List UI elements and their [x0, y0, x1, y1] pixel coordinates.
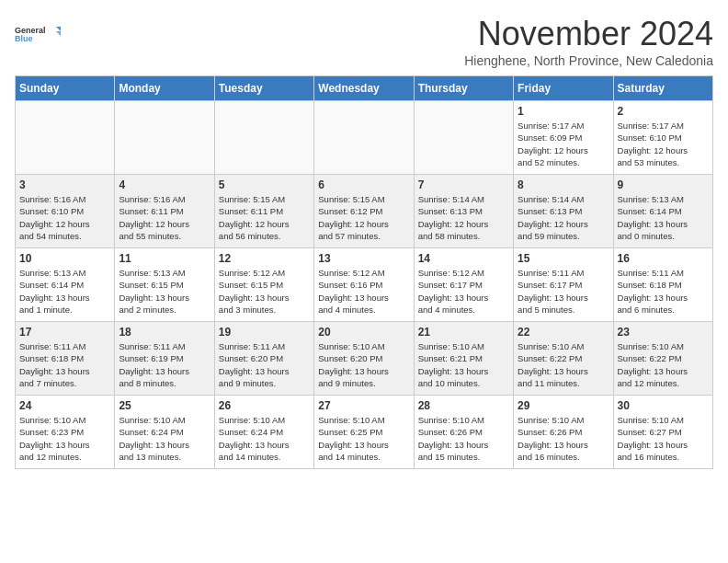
- day-info: Sunrise: 5:16 AM Sunset: 6:11 PM Dayligh…: [119, 193, 210, 242]
- day-number: 25: [119, 399, 210, 412]
- logo: General Blue: [15, 15, 61, 55]
- day-number: 14: [418, 252, 509, 265]
- weekday-tuesday: Tuesday: [214, 76, 313, 101]
- day-cell: 23Sunrise: 5:10 AM Sunset: 6:22 PM Dayli…: [613, 322, 712, 396]
- day-cell: 12Sunrise: 5:12 AM Sunset: 6:15 PM Dayli…: [214, 248, 313, 322]
- day-number: 8: [518, 178, 609, 191]
- day-number: 23: [618, 326, 709, 339]
- day-cell: [115, 101, 214, 175]
- weekday-friday: Friday: [514, 76, 613, 101]
- day-cell: 14Sunrise: 5:12 AM Sunset: 6:17 PM Dayli…: [414, 248, 513, 322]
- day-number: 4: [119, 178, 210, 191]
- day-info: Sunrise: 5:14 AM Sunset: 6:13 PM Dayligh…: [418, 193, 509, 242]
- week-row-2: 3Sunrise: 5:16 AM Sunset: 6:10 PM Daylig…: [16, 175, 713, 248]
- day-info: Sunrise: 5:10 AM Sunset: 6:23 PM Dayligh…: [19, 414, 110, 463]
- page-header: General Blue November 2024 Hienghene, No…: [15, 15, 713, 68]
- day-number: 3: [19, 178, 110, 191]
- day-number: 16: [618, 252, 709, 265]
- day-info: Sunrise: 5:17 AM Sunset: 6:09 PM Dayligh…: [518, 120, 609, 168]
- day-cell: 8Sunrise: 5:14 AM Sunset: 6:13 PM Daylig…: [514, 175, 613, 248]
- day-number: 9: [618, 178, 709, 191]
- week-row-4: 17Sunrise: 5:11 AM Sunset: 6:18 PM Dayli…: [16, 322, 713, 396]
- day-cell: 6Sunrise: 5:15 AM Sunset: 6:12 PM Daylig…: [314, 175, 414, 248]
- svg-marker-2: [56, 27, 61, 31]
- day-info: Sunrise: 5:17 AM Sunset: 6:10 PM Dayligh…: [618, 120, 709, 168]
- weekday-wednesday: Wednesday: [314, 76, 414, 101]
- weekday-thursday: Thursday: [414, 76, 513, 101]
- day-cell: 24Sunrise: 5:10 AM Sunset: 6:23 PM Dayli…: [16, 396, 115, 469]
- day-number: 13: [318, 252, 409, 265]
- weekday-monday: Monday: [115, 76, 214, 101]
- day-info: Sunrise: 5:10 AM Sunset: 6:21 PM Dayligh…: [418, 340, 509, 389]
- day-number: 24: [19, 399, 110, 412]
- week-row-3: 10Sunrise: 5:13 AM Sunset: 6:14 PM Dayli…: [16, 248, 713, 322]
- title-block: November 2024 Hienghene, North Province,…: [464, 15, 713, 68]
- day-info: Sunrise: 5:11 AM Sunset: 6:17 PM Dayligh…: [518, 267, 609, 316]
- day-cell: 9Sunrise: 5:13 AM Sunset: 6:14 PM Daylig…: [613, 175, 712, 248]
- day-number: 6: [318, 178, 409, 191]
- day-cell: 10Sunrise: 5:13 AM Sunset: 6:14 PM Dayli…: [16, 248, 115, 322]
- day-number: 27: [318, 399, 409, 412]
- location-subtitle: Hienghene, North Province, New Caledonia: [464, 53, 713, 68]
- day-cell: 4Sunrise: 5:16 AM Sunset: 6:11 PM Daylig…: [115, 175, 214, 248]
- day-info: Sunrise: 5:11 AM Sunset: 6:19 PM Dayligh…: [119, 340, 210, 389]
- day-cell: 29Sunrise: 5:10 AM Sunset: 6:26 PM Dayli…: [514, 396, 613, 469]
- day-info: Sunrise: 5:12 AM Sunset: 6:15 PM Dayligh…: [219, 267, 310, 316]
- day-info: Sunrise: 5:13 AM Sunset: 6:14 PM Dayligh…: [19, 267, 110, 316]
- day-info: Sunrise: 5:11 AM Sunset: 6:18 PM Dayligh…: [19, 340, 110, 389]
- day-info: Sunrise: 5:10 AM Sunset: 6:25 PM Dayligh…: [318, 414, 409, 463]
- day-info: Sunrise: 5:15 AM Sunset: 6:12 PM Dayligh…: [318, 193, 409, 242]
- day-cell: 16Sunrise: 5:11 AM Sunset: 6:18 PM Dayli…: [613, 248, 712, 322]
- day-cell: [214, 101, 313, 175]
- day-cell: 15Sunrise: 5:11 AM Sunset: 6:17 PM Dayli…: [514, 248, 613, 322]
- day-cell: 26Sunrise: 5:10 AM Sunset: 6:24 PM Dayli…: [214, 396, 313, 469]
- day-cell: 3Sunrise: 5:16 AM Sunset: 6:10 PM Daylig…: [16, 175, 115, 248]
- day-info: Sunrise: 5:11 AM Sunset: 6:18 PM Dayligh…: [618, 267, 709, 316]
- day-info: Sunrise: 5:16 AM Sunset: 6:10 PM Dayligh…: [19, 193, 110, 242]
- day-cell: [314, 101, 414, 175]
- day-info: Sunrise: 5:15 AM Sunset: 6:11 PM Dayligh…: [219, 193, 310, 242]
- day-info: Sunrise: 5:10 AM Sunset: 6:26 PM Dayligh…: [418, 414, 509, 463]
- day-cell: 19Sunrise: 5:11 AM Sunset: 6:20 PM Dayli…: [214, 322, 313, 396]
- day-number: 26: [219, 399, 310, 412]
- day-number: 11: [119, 252, 210, 265]
- day-number: 10: [19, 252, 110, 265]
- day-number: 15: [518, 252, 609, 265]
- day-info: Sunrise: 5:13 AM Sunset: 6:14 PM Dayligh…: [618, 193, 709, 242]
- day-info: Sunrise: 5:10 AM Sunset: 6:22 PM Dayligh…: [618, 340, 709, 389]
- day-cell: 20Sunrise: 5:10 AM Sunset: 6:20 PM Dayli…: [314, 322, 414, 396]
- day-info: Sunrise: 5:14 AM Sunset: 6:13 PM Dayligh…: [518, 193, 609, 242]
- week-row-1: 1Sunrise: 5:17 AM Sunset: 6:09 PM Daylig…: [16, 101, 713, 175]
- day-cell: 13Sunrise: 5:12 AM Sunset: 6:16 PM Dayli…: [314, 248, 414, 322]
- day-cell: 18Sunrise: 5:11 AM Sunset: 6:19 PM Dayli…: [115, 322, 214, 396]
- day-info: Sunrise: 5:11 AM Sunset: 6:20 PM Dayligh…: [219, 340, 310, 389]
- day-info: Sunrise: 5:10 AM Sunset: 6:24 PM Dayligh…: [119, 414, 210, 463]
- svg-marker-3: [56, 31, 61, 36]
- month-title: November 2024: [464, 15, 713, 53]
- day-info: Sunrise: 5:13 AM Sunset: 6:15 PM Dayligh…: [119, 267, 210, 316]
- calendar-table: SundayMondayTuesdayWednesdayThursdayFrid…: [15, 75, 713, 469]
- day-number: 5: [219, 178, 310, 191]
- day-info: Sunrise: 5:10 AM Sunset: 6:20 PM Dayligh…: [318, 340, 409, 389]
- weekday-saturday: Saturday: [613, 76, 712, 101]
- day-cell: 17Sunrise: 5:11 AM Sunset: 6:18 PM Dayli…: [16, 322, 115, 396]
- logo-svg: General Blue: [15, 15, 61, 55]
- day-cell: 22Sunrise: 5:10 AM Sunset: 6:22 PM Dayli…: [514, 322, 613, 396]
- day-number: 29: [518, 399, 609, 412]
- svg-text:General: General: [15, 26, 46, 35]
- day-cell: 5Sunrise: 5:15 AM Sunset: 6:11 PM Daylig…: [214, 175, 313, 248]
- day-number: 1: [518, 105, 609, 118]
- day-cell: [414, 101, 513, 175]
- day-cell: [16, 101, 115, 175]
- day-info: Sunrise: 5:12 AM Sunset: 6:16 PM Dayligh…: [318, 267, 409, 316]
- day-info: Sunrise: 5:10 AM Sunset: 6:24 PM Dayligh…: [219, 414, 310, 463]
- day-number: 22: [518, 326, 609, 339]
- day-cell: 1Sunrise: 5:17 AM Sunset: 6:09 PM Daylig…: [514, 101, 613, 175]
- day-cell: 11Sunrise: 5:13 AM Sunset: 6:15 PM Dayli…: [115, 248, 214, 322]
- day-number: 12: [219, 252, 310, 265]
- day-cell: 27Sunrise: 5:10 AM Sunset: 6:25 PM Dayli…: [314, 396, 414, 469]
- day-number: 17: [19, 326, 110, 339]
- day-cell: 2Sunrise: 5:17 AM Sunset: 6:10 PM Daylig…: [613, 101, 712, 175]
- day-cell: 21Sunrise: 5:10 AM Sunset: 6:21 PM Dayli…: [414, 322, 513, 396]
- day-info: Sunrise: 5:12 AM Sunset: 6:17 PM Dayligh…: [418, 267, 509, 316]
